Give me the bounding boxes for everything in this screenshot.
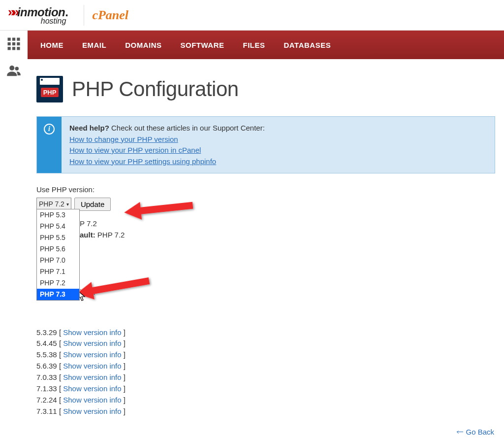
option-php71[interactable]: PHP 7.1 xyxy=(37,266,79,277)
available-versions-list: 5.3.29 [ Show version info ] 5.4.45 [ Sh… xyxy=(36,327,495,418)
show-version-info-link[interactable]: Show version info xyxy=(63,373,121,381)
svg-rect-8 xyxy=(17,47,20,50)
option-php73[interactable]: PHP 7.3 xyxy=(37,289,79,300)
help-body: Need help? Check out these articles in o… xyxy=(62,117,273,173)
show-version-info-link[interactable]: Show version info xyxy=(63,339,121,347)
version-row: 5.6.39 [ Show version info ] xyxy=(36,361,495,372)
option-php72[interactable]: PHP 7.2 xyxy=(37,277,79,289)
show-version-info-link[interactable]: Show version info xyxy=(63,362,121,370)
show-version-info-link[interactable]: Show version info xyxy=(63,350,121,359)
show-version-info-link[interactable]: Show version info xyxy=(63,407,121,415)
option-php53[interactable]: PHP 5.3 xyxy=(37,209,79,221)
update-button[interactable]: Update xyxy=(74,198,111,211)
nav-email[interactable]: EMAIL xyxy=(82,41,106,49)
svg-point-9 xyxy=(9,66,14,70)
nav-databases[interactable]: DATABASES xyxy=(284,41,331,49)
peek-system-default: ault: PHP 7.2 xyxy=(80,230,125,241)
show-version-info-link[interactable]: Show version info xyxy=(63,384,121,393)
peek-versions-heading: ions: xyxy=(80,287,95,298)
page-title-row: PHP PHP Configuration xyxy=(36,76,495,102)
version-row: 5.4.45 [ Show version info ] xyxy=(36,338,495,349)
php-version-selected: PHP 7.2 xyxy=(39,199,64,209)
nav-domains[interactable]: DOMAINS xyxy=(125,41,161,49)
version-row: 7.0.33 [ Show version info ] xyxy=(36,372,495,383)
version-row: 5.5.38 [ Show version info ] xyxy=(36,349,495,361)
primary-nav: HOME EMAIL DOMAINS SOFTWARE FILES DATABA… xyxy=(28,31,504,59)
peek-current-version: P 7.2 xyxy=(80,218,97,230)
content: PHP PHP Configuration i Need help? Check… xyxy=(28,59,504,417)
inmotion-logo: »» inmotion. hosting xyxy=(8,4,68,26)
arrow-left-icon: 🡐 xyxy=(456,428,464,436)
svg-rect-2 xyxy=(17,38,20,41)
nav-home[interactable]: HOME xyxy=(40,41,63,49)
show-version-info-link[interactable]: Show version info xyxy=(63,396,121,404)
option-php70[interactable]: PHP 7.0 xyxy=(37,255,79,266)
go-back-link[interactable]: 🡐Go Back xyxy=(456,428,494,436)
svg-rect-4 xyxy=(12,42,15,45)
svg-rect-1 xyxy=(12,38,15,41)
info-icon: i xyxy=(44,124,55,135)
svg-rect-7 xyxy=(12,47,15,50)
left-rail xyxy=(0,31,28,440)
version-row: 7.1.33 [ Show version info ] xyxy=(36,383,495,395)
version-row: 7.2.24 [ Show version info ] xyxy=(36,395,495,406)
version-row: 7.3.11 [ Show version info ] xyxy=(36,406,495,417)
logo-divider xyxy=(84,5,84,26)
chevron-down-icon: ▾ xyxy=(66,201,69,208)
help-callout: i Need help? Check out these articles in… xyxy=(36,116,495,173)
svg-rect-6 xyxy=(8,47,11,50)
main-area: HOME EMAIL DOMAINS SOFTWARE FILES DATABA… xyxy=(28,31,504,440)
brand-sub: hosting xyxy=(8,17,68,26)
users-icon[interactable] xyxy=(6,63,21,80)
version-row: 5.3.29 [ Show version info ] xyxy=(36,327,495,338)
help-link-3[interactable]: How to view your PHP settings using phpi… xyxy=(69,156,216,168)
info-stripe: i xyxy=(37,117,62,173)
svg-rect-0 xyxy=(8,38,11,41)
php-version-dropdown[interactable]: PHP 5.3 PHP 5.4 PHP 5.5 PHP 5.6 PHP 7.0 … xyxy=(36,209,80,301)
help-link-2[interactable]: How to view your PHP version in cPanel xyxy=(69,145,201,156)
php-badge: PHP xyxy=(41,88,59,97)
form-area: Use PHP version: PHP 7.2 ▾ Update P 7.2 … xyxy=(36,184,495,417)
show-version-info-link[interactable]: Show version info xyxy=(63,328,121,337)
nav-software[interactable]: SOFTWARE xyxy=(181,41,224,49)
page-title: PHP Configuration xyxy=(72,77,239,101)
php-version-label: Use PHP version: xyxy=(36,184,495,196)
help-link-1[interactable]: How to change your PHP version xyxy=(69,134,178,145)
help-lead-bold: Need help? xyxy=(69,124,109,132)
option-php55[interactable]: PHP 5.5 xyxy=(37,232,79,243)
svg-point-10 xyxy=(15,67,19,71)
svg-rect-5 xyxy=(17,42,20,45)
svg-rect-3 xyxy=(8,42,11,45)
option-php54[interactable]: PHP 5.4 xyxy=(37,221,79,232)
cpanel-logo: cPanel xyxy=(92,8,128,23)
option-php56[interactable]: PHP 5.6 xyxy=(37,243,79,255)
nav-files[interactable]: FILES xyxy=(243,41,265,49)
help-lead-rest: Check out these articles in our Support … xyxy=(109,124,265,132)
php-app-icon: PHP xyxy=(36,76,63,102)
apps-grid-icon[interactable] xyxy=(6,36,21,53)
top-bar: »» inmotion. hosting cPanel xyxy=(0,0,504,31)
